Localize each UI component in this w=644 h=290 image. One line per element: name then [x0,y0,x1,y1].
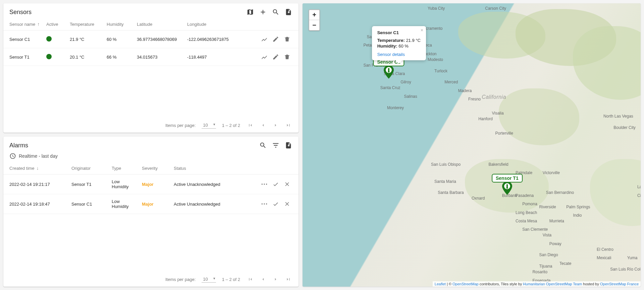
map-panel[interactable]: Yuba CityCarson CitySacramentoSanta Rosa… [303,3,641,287]
ack-icon[interactable] [272,200,280,208]
city-label: Porterville [495,131,513,136]
city-label: La [637,185,641,189]
map-attribution: Leaflet | © OpenStreetMap contributors, … [433,281,641,287]
col-temperature[interactable]: Temperature [67,18,104,30]
zoom-out-button[interactable]: − [309,20,319,30]
search-icon[interactable] [272,8,280,16]
cell-longitude: -118.4497 [184,48,235,66]
cell-humidity: 66 % [104,48,134,66]
chart-icon[interactable] [260,35,268,43]
cell-created: 2022-02-14 19:18:47 [3,194,69,214]
first-page-icon[interactable] [246,275,254,283]
clear-icon[interactable] [283,180,291,188]
col-severity[interactable]: Severity [139,162,171,174]
alarms-timewindow[interactable]: Realtime - last day [3,151,299,162]
cell-severity: Major [139,174,171,194]
osm-link[interactable]: OpenStreetMap [452,282,479,286]
export-icon[interactable] [284,141,292,149]
cell-latitude: 36.97734668078069 [134,30,184,48]
last-page-icon[interactable] [284,275,292,283]
city-label: San Luis Río Colorado [610,267,641,272]
cell-originator: Sensor C1 [69,194,109,214]
city-label: Ci [637,193,641,198]
city-label: Gilroy [400,80,411,84]
export-icon[interactable] [284,8,292,16]
table-row[interactable]: Sensor T1 20.1 °C 66 % 34.015673 -118.44… [3,48,299,66]
state-label: California [482,94,506,100]
last-page-icon[interactable] [284,121,292,129]
items-per-page-label: Items per page: [165,277,196,282]
sort-desc-icon: ↓ [36,165,39,171]
add-icon[interactable] [259,8,267,16]
city-label: Costa Mesa [516,219,537,223]
col-sensor-name[interactable]: Sensor name↑ [3,18,44,30]
city-label: Santa Barbara [438,190,464,195]
table-row[interactable]: 2022-02-14 19:21:17 Sensor T1 Low Humidi… [3,174,299,194]
col-active[interactable]: Active [44,18,67,30]
zoom-in-button[interactable]: + [309,10,319,20]
svg-point-5 [506,187,508,189]
col-longitude[interactable]: Longitude [184,18,235,30]
edit-icon[interactable] [272,35,280,43]
leaflet-link[interactable]: Leaflet [435,282,446,286]
ack-icon[interactable] [272,180,280,188]
city-label: San Clemente [522,227,548,232]
city-label: Carson City [485,6,506,11]
col-type[interactable]: Type [109,162,139,174]
map-icon[interactable] [246,8,254,16]
clear-icon[interactable] [283,200,291,208]
table-row[interactable]: 2022-02-14 19:18:47 Sensor C1 Low Humidi… [3,194,299,214]
edit-icon[interactable] [272,53,280,61]
cell-temperature: 21.9 °C [67,30,104,48]
cell-active [44,48,67,66]
filter-icon[interactable] [272,141,280,149]
col-originator[interactable]: Originator [69,162,109,174]
prev-page-icon[interactable] [259,121,267,129]
city-label: Tijuana [539,264,552,269]
status-dot-icon [46,54,52,59]
map-marker[interactable]: Sensor C1 [384,65,394,80]
cell-name: Sensor T1 [3,48,44,66]
more-icon[interactable] [260,200,268,208]
cell-longitude: -122.0496263671875 [184,30,235,48]
popup-details-link[interactable]: Sensor details [377,52,405,57]
city-label: Monterey [387,105,404,110]
cell-active [44,30,67,48]
col-humidity[interactable]: Humidity [104,18,134,30]
osmfr-link[interactable]: OpenStreetMap France [600,282,639,286]
more-icon[interactable] [260,180,268,188]
next-page-icon[interactable] [272,275,280,283]
city-label: Santa Cruz [380,85,400,90]
city-label: Vista [543,233,551,237]
popup-close-icon[interactable]: × [421,27,423,33]
col-created[interactable]: Created time↓ [3,162,69,174]
search-icon[interactable] [259,141,267,149]
table-row[interactable]: Sensor C1 21.9 °C 60 % 36.97734668078069… [3,30,299,48]
chart-icon[interactable] [260,53,268,61]
city-label: Pasadena [516,193,534,198]
col-latitude[interactable]: Latitude [134,18,184,30]
next-page-icon[interactable] [272,121,280,129]
col-status[interactable]: Status [171,162,231,174]
cell-humidity: 60 % [104,30,134,48]
city-label: Murrieta [549,219,564,223]
first-page-icon[interactable] [246,121,254,129]
city-label: San Bernardino [546,190,574,195]
city-label: Bakersfield [488,162,508,167]
delete-icon[interactable] [283,53,291,61]
delete-icon[interactable] [283,35,291,43]
alarms-table: Created time↓ Originator Type Severity S… [3,162,299,214]
hot-link[interactable]: Humanitarian OpenStreetMap Team [523,282,582,286]
city-label: Fresno [468,97,481,101]
city-label: North Las Vegas [603,114,633,119]
status-dot-icon [46,36,52,42]
city-label: Modesto [428,57,443,62]
items-per-page-select[interactable]: 10 [202,122,216,129]
map-marker[interactable]: Sensor T1 [502,182,512,196]
cell-type: Low Humidity [109,174,139,194]
prev-page-icon[interactable] [259,275,267,283]
city-label: Oxnard [472,196,485,201]
items-per-page-select[interactable]: 10 [202,276,216,283]
city-label: Boulder City [613,125,635,130]
alarms-paginator: Items per page: 10 1 – 2 of 2 [3,272,299,287]
